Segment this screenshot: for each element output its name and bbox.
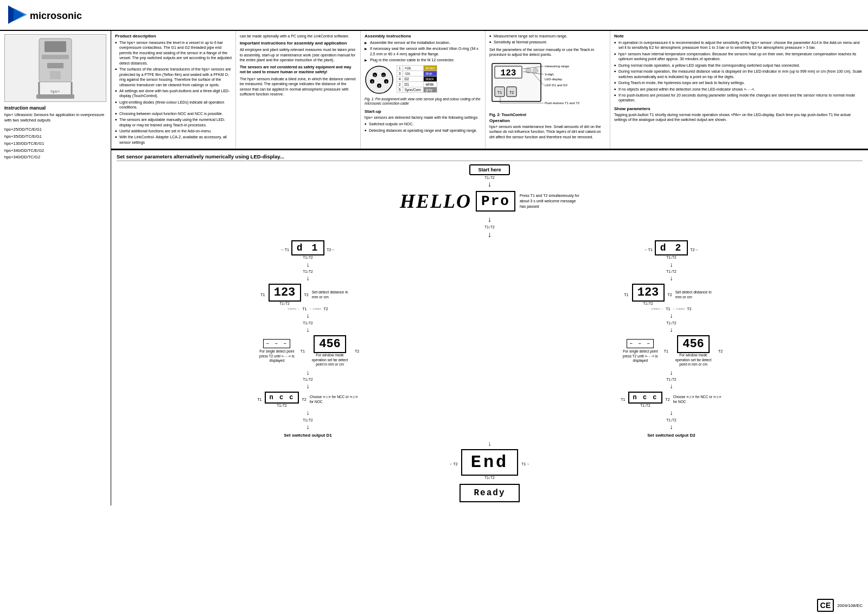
svg-text:measuring range: measuring range	[545, 65, 570, 68]
set-detect-d2: Set detect distance in mm or cm	[675, 290, 719, 299]
ready-section: Ready	[459, 484, 519, 502]
t1-d2-2: T1	[624, 293, 628, 297]
window-mode-label-d1: For window mode operation set far detect…	[308, 353, 352, 367]
svg-rect-7	[50, 71, 61, 79]
d1-step4: T1 n c c T1↕T2 T2 Choose »□□« for NCC or…	[257, 392, 358, 407]
note-b4: During normal mode operation, the measur…	[614, 69, 864, 79]
svg-rect-6	[47, 63, 63, 68]
fig2-caption: Fig. 2: TouchControl	[489, 113, 606, 117]
noc-box-d2: n c c	[628, 392, 662, 404]
asm-3: Plug in the connector cable to the M 12 …	[365, 57, 481, 62]
t1t2-d1-2: T1↕T2	[303, 378, 312, 381]
model-3: hps+130/DD/TC/E/G1	[4, 140, 106, 148]
instruction-title: Instruction manual	[4, 105, 106, 111]
svg-text:2•: 2•	[374, 74, 376, 77]
t2-d2-2: T2	[668, 293, 672, 297]
t2-step2: T2	[304, 293, 309, 297]
operation-body: hps+ sensors work maintenance free. Smal…	[489, 124, 606, 139]
pd-bullet-1: The hps+ sensor measures the level in a …	[115, 40, 232, 66]
d2-step1: ←T1 d 2 T1↕T2 T2→	[644, 240, 699, 259]
model-5: hps+340/DD/TC/G2	[4, 154, 106, 161]
svg-text:T2: T2	[509, 91, 514, 94]
t1t2-d2-2: T1↕T2	[666, 378, 676, 381]
hello-text: HELLO	[400, 190, 471, 213]
num-123-d1: 123	[269, 284, 301, 302]
t2-d2: T2→	[690, 248, 698, 252]
svg-rect-11	[36, 94, 74, 99]
t1-left: ←T1	[281, 248, 289, 252]
note-b5: During Teach-in mode, the hysteresis loo…	[614, 80, 864, 85]
single-detect-label: For single detect point press T2 until »…	[257, 349, 297, 363]
svg-text:LED D1 and D2: LED D1 and D2	[545, 84, 568, 87]
t1t2-d2: T1↕T2	[666, 270, 676, 273]
set-detect-d1: Set detect distance in mm or cm	[312, 290, 355, 299]
pin-figure: 2• •1 3 5 4 1 +Us brown	[365, 65, 481, 95]
show-params-title: Show parameters	[614, 106, 864, 111]
sensor-illustration: hps+	[7, 36, 104, 101]
svg-text:•1: •1	[382, 74, 385, 77]
choose-noc-d1: Choose »□□« for NCC or »□□« for NOC	[310, 395, 359, 404]
important-instructions-col: can be made optionally with a PC using t…	[236, 31, 361, 149]
continued-text: can be made optionally with a PC using t…	[240, 34, 356, 39]
svg-text:Push-buttons T1 and T2: Push-buttons T1 and T2	[545, 101, 580, 105]
t1t2-d2-3: T1↕T2	[666, 418, 676, 422]
t1t2-under-start: T1↓T2	[484, 176, 494, 180]
svg-text:5: 5	[379, 85, 380, 88]
d2-step3: – – – For single detect point press T2 u…	[620, 335, 723, 367]
d2-step4: T1 n c c T1↕T2 T2 Choose »□□« for NCC or…	[621, 392, 722, 407]
t1t2-mid2: T1↕T2	[303, 321, 312, 325]
end-row: ←T2 End T1↕T2 T1→	[450, 449, 530, 479]
logo-area: microsonic	[5, 3, 114, 27]
pin-table: 1 +Us brown 3 -Us blue 4 D2 black	[397, 65, 437, 93]
pd-bullet-4: Light emitting diodes (three-colour LEDs…	[115, 100, 232, 110]
connector-graphic: 2• •1 3 5 4	[365, 65, 394, 95]
svg-point-12	[366, 66, 393, 93]
num-123-d2: 123	[632, 284, 665, 302]
op-bullets: Measurement range set to maximum range. …	[489, 34, 606, 45]
important-title: Important instructions for assembly and …	[240, 41, 356, 46]
num-456-d1: 456	[314, 335, 346, 353]
note-col: Note In operation in overpreassure it is…	[610, 31, 868, 149]
end-t1t2: T1↕T2	[484, 476, 494, 479]
svg-text:microsonic: microsonic	[30, 10, 82, 21]
pd-bullet-6: The sensors are adjustable manually usin…	[115, 117, 232, 127]
note-b6: If no objects are placed within the dete…	[614, 87, 864, 92]
important-body: All employee and plant safety-relevant m…	[240, 47, 356, 62]
touchcontrol-figure: 123 T1 T2 measuring range 3-digit	[489, 61, 606, 110]
assembly-title: Assembly instructions	[365, 34, 481, 39]
two-col-section: ←T1 d 1 T1↕T2 T2→ ↓ T1↕T2 ↓ T1	[117, 240, 863, 438]
t1t2-123: T1↕T2	[279, 302, 289, 305]
svg-rect-5	[42, 55, 69, 59]
svg-text:4: 4	[386, 80, 387, 84]
pd-bullet-3: All settings are done with two push-butt…	[115, 88, 232, 99]
sensor-image: hps+	[4, 34, 106, 102]
product-desc-title: Product description	[115, 34, 232, 39]
important-bold: The sensors are not considered as safety…	[240, 65, 356, 75]
left-column: hps+ Instruction manual hps+ Ultrasonic …	[0, 31, 111, 506]
startup-title: Start-up	[365, 109, 481, 114]
note-b3: During normal mode operation, a yellow L…	[614, 63, 864, 68]
blind-zone-text: The hps+ sensors indicate a blind zone, …	[240, 76, 356, 97]
note-b7: If no push-buttons are pressed for 20 se…	[614, 93, 864, 103]
op-b2: Sensitivity at Normal preassure.	[489, 40, 606, 44]
t1-step2: T1	[260, 293, 265, 297]
pd-bullet-7: Useful additional functions are set in t…	[115, 129, 232, 133]
num-456-d2: 456	[677, 335, 710, 353]
pd-bullet-5: Choosing between output function NOC and…	[115, 111, 232, 116]
assembly-arrows: Assemble the sensor at the installation …	[365, 40, 481, 63]
model-1: hps+25/DD/TC/E/G1	[4, 126, 106, 133]
start-row: Start here T1↓T2 ↓	[469, 164, 509, 189]
t1t2-noc-d2: T1↕T2	[640, 404, 650, 407]
diagram-title: Set sensor parameters alternatively nume…	[117, 154, 863, 161]
su-2: Detecting distances at operating range a…	[365, 128, 481, 133]
end-display: End	[461, 449, 519, 476]
note-title: Note	[614, 34, 864, 39]
flow-diagram: Start here T1↓T2 ↓ HELLO Pro Press T1 an…	[117, 164, 863, 502]
single-detect-d2-box: – – –	[627, 339, 654, 348]
note-bullets: In operation in overpreassure it is reco…	[614, 40, 864, 103]
d2-t1t2: T1↕T2	[666, 255, 676, 259]
single-detect-d1-box: – – –	[263, 339, 290, 348]
d1-column: ←T1 d 1 T1↕T2 T2→ ↓ T1↕T2 ↓ T1	[129, 240, 487, 438]
set-output-d1-label: Set switched output D1	[284, 433, 331, 438]
show-params-body: Tapping push-button T1 shortly during no…	[614, 112, 864, 123]
